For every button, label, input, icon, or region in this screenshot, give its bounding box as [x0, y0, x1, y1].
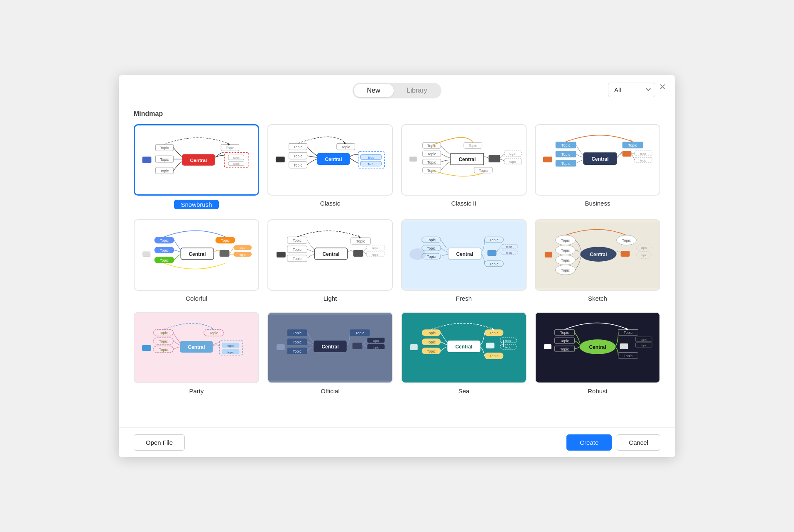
svg-text:Central: Central: [188, 344, 205, 350]
svg-text:Topic: Topic: [293, 331, 301, 335]
svg-text:topic: topic: [640, 159, 647, 162]
template-thumb-official[interactable]: Central Topic Topic Topic Topic: [267, 312, 393, 383]
template-card-classic2[interactable]: Central topic topic Topic Topic: [401, 124, 527, 209]
svg-text:Topic: Topic: [294, 145, 302, 149]
svg-text:topic: topic: [372, 247, 379, 250]
template-card-sketch[interactable]: Central Topic Topic Topic Topic: [535, 219, 660, 302]
cancel-button[interactable]: Cancel: [617, 434, 660, 451]
template-card-light[interactable]: Central Topic Topic Topic Topic: [267, 219, 393, 302]
template-label-sketch: Sketch: [588, 295, 607, 302]
close-button[interactable]: ✕: [656, 81, 669, 93]
template-card-party[interactable]: Central topic topic Topic Topic Topi: [134, 312, 259, 395]
svg-text:Topic: Topic: [159, 339, 168, 343]
template-thumb-snowbrush[interactable]: Central Topic Topic Topic Topic Topi: [134, 124, 259, 196]
template-card-fresh[interactable]: Central Topic Topic Topic Topic: [401, 219, 527, 302]
template-thumb-light[interactable]: Central Topic Topic Topic Topic: [267, 219, 393, 291]
template-thumb-party[interactable]: Central topic topic Topic Topic Topi: [134, 312, 259, 383]
svg-text:Central: Central: [591, 156, 608, 162]
svg-rect-90: [353, 250, 363, 257]
tab-group: New Library: [353, 83, 442, 98]
template-thumb-classic2[interactable]: Central topic topic Topic Topic: [401, 124, 527, 196]
svg-rect-54: [543, 157, 552, 162]
svg-text:Topic: Topic: [468, 144, 477, 148]
dialog-footer: Open File Create Cancel: [119, 427, 675, 457]
template-grid: Central Topic Topic Topic Topic Topi: [134, 124, 660, 395]
svg-text:Topic: Topic: [159, 331, 168, 335]
svg-rect-127: [621, 251, 630, 257]
svg-text:topic: topic: [228, 344, 234, 348]
template-thumb-fresh[interactable]: Central Topic Topic Topic Topic: [401, 219, 527, 291]
svg-text:topic: topic: [506, 245, 512, 249]
footer-right: Create Cancel: [566, 434, 660, 451]
svg-text:Topic: Topic: [427, 254, 436, 258]
svg-text:Topic: Topic: [160, 169, 169, 173]
svg-text:Central: Central: [190, 157, 207, 163]
svg-text:Topic: Topic: [355, 331, 364, 335]
svg-text:topic: topic: [505, 339, 512, 343]
template-label-classic2: Classic II: [451, 200, 477, 207]
svg-text:Topic: Topic: [160, 258, 169, 262]
svg-rect-124: [545, 252, 552, 257]
template-label-robust: Robust: [588, 387, 608, 395]
svg-text:topic: topic: [372, 253, 379, 256]
svg-text:Topic: Topic: [293, 340, 301, 344]
svg-rect-161: [277, 344, 285, 350]
svg-text:Topic: Topic: [160, 238, 169, 243]
svg-text:Topic: Topic: [427, 349, 436, 353]
svg-text:Topic: Topic: [427, 331, 436, 335]
template-label-business: Business: [585, 200, 610, 207]
svg-text:Topic: Topic: [293, 238, 301, 243]
template-card-sea[interactable]: Central Topic Topic Topic Topic: [401, 312, 527, 395]
tab-new[interactable]: New: [354, 84, 394, 97]
svg-rect-87: [277, 252, 286, 257]
svg-text:topic: topic: [641, 246, 647, 250]
svg-text:Topic: Topic: [561, 268, 570, 272]
svg-text:Topic: Topic: [561, 238, 570, 243]
svg-text:Topic: Topic: [561, 258, 570, 262]
template-card-snowbrush[interactable]: Central Topic Topic Topic Topic Topi: [134, 124, 259, 209]
svg-rect-71: [143, 252, 150, 257]
svg-marker-33: [343, 141, 346, 144]
svg-text:Topic: Topic: [560, 339, 569, 343]
svg-text:topic: topic: [641, 338, 647, 341]
svg-text:topic: topic: [506, 251, 512, 255]
template-card-colorful[interactable]: Central Topic Topic Topic Topic: [134, 219, 259, 302]
svg-text:topic: topic: [510, 152, 517, 156]
svg-text:Topic: Topic: [427, 340, 436, 344]
svg-rect-0: [142, 157, 152, 163]
svg-text:topic: topic: [373, 339, 379, 343]
svg-rect-37: [489, 155, 500, 162]
create-button[interactable]: Create: [566, 434, 612, 451]
svg-text:Topic: Topic: [479, 168, 488, 172]
template-label-official: Official: [321, 387, 340, 395]
svg-text:Topic: Topic: [427, 238, 436, 242]
template-thumb-business[interactable]: Central Topic Topic Topic Topic: [535, 124, 660, 196]
template-card-business[interactable]: Central Topic Topic Topic Topic: [535, 124, 660, 209]
template-thumb-sea[interactable]: Central Topic Topic Topic Topic: [401, 312, 527, 383]
template-card-classic[interactable]: Central Topic Topic Topic Topic Topi: [267, 124, 393, 209]
svg-text:Topic: Topic: [561, 248, 570, 253]
svg-text:Topic: Topic: [160, 248, 169, 253]
template-thumb-classic[interactable]: Central Topic Topic Topic Topic Topi: [267, 124, 393, 196]
svg-text:Topic: Topic: [490, 331, 498, 335]
svg-text:Topic: Topic: [233, 162, 240, 165]
template-card-official[interactable]: Central Topic Topic Topic Topic: [267, 312, 393, 395]
svg-text:Topic: Topic: [294, 154, 302, 158]
svg-rect-108: [488, 250, 497, 256]
svg-marker-16: [227, 142, 230, 145]
section-title: Mindmap: [134, 110, 660, 118]
filter-select[interactable]: All Mindmap Outline Flowchart: [608, 83, 655, 97]
dialog: New Library All Mindmap Outline Flowchar…: [119, 75, 675, 457]
svg-text:Central: Central: [321, 343, 338, 349]
template-thumb-colorful[interactable]: Central Topic Topic Topic Topic: [134, 219, 259, 291]
template-thumb-robust[interactable]: Central Topic Topic Topic Topic: [535, 312, 660, 383]
template-label-sea: Sea: [458, 387, 470, 395]
svg-text:Topic: Topic: [622, 238, 631, 243]
tab-library[interactable]: Library: [394, 84, 441, 97]
template-thumb-sketch[interactable]: Central Topic Topic Topic Topic: [535, 219, 660, 291]
svg-rect-181: [486, 343, 495, 348]
open-file-button[interactable]: Open File: [134, 434, 185, 451]
template-card-robust[interactable]: Central Topic Topic Topic Topic: [535, 312, 660, 395]
svg-text:Central: Central: [189, 251, 206, 257]
svg-rect-164: [353, 343, 363, 349]
